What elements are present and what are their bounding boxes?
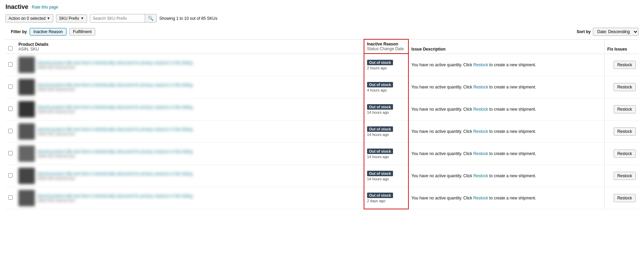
rate-page-link[interactable]: Rate this page	[32, 5, 58, 10]
product-info: blurred product title text that is inten…	[38, 171, 361, 180]
issue-description-cell: You have no active quantity. Click Resto…	[408, 98, 604, 120]
issue-text: You have no active quantity. Click Resto…	[411, 196, 536, 200]
restock-link[interactable]: Restock	[473, 62, 488, 67]
out-of-stock-badge: Out of stock	[367, 126, 393, 132]
restock-link[interactable]: Restock	[473, 196, 488, 200]
restock-button[interactable]: Restock	[614, 150, 636, 158]
product-title[interactable]: blurred product title text that is inten…	[38, 127, 361, 132]
row-checkbox[interactable]	[8, 173, 13, 178]
product-cell: blurred product title text that is inten…	[18, 123, 361, 140]
row-checkbox[interactable]	[8, 84, 13, 89]
action-select-label: Action on 0 selected	[9, 16, 45, 21]
header-inactive-reason: Inactive Reason Status Change Date	[364, 39, 408, 54]
product-title[interactable]: blurred product title text that is inten…	[38, 149, 361, 154]
fix-issues-cell: Restock	[604, 54, 639, 76]
sort-label: Sort by	[577, 29, 591, 34]
filter-bar: Filter by Inactive Reason Fulfillment	[5, 26, 101, 38]
row-checkbox[interactable]	[8, 62, 13, 67]
sort-select[interactable]: Date: Descending	[593, 28, 639, 36]
out-of-stock-badge: Out of stock	[367, 104, 393, 110]
search-input[interactable]	[90, 15, 145, 22]
issue-text: You have no active quantity. Click Resto…	[411, 85, 536, 89]
restock-button[interactable]: Restock	[614, 194, 636, 202]
restock-button[interactable]: Restock	[614, 127, 636, 136]
row-checkbox-cell	[5, 120, 16, 142]
search-button[interactable]: 🔍	[145, 14, 156, 22]
fix-issues-cell: Restock	[604, 120, 639, 142]
product-meta: ASIN SKU blurred text	[38, 110, 361, 114]
sku-prefix-button[interactable]: SKU Prefix ▼	[56, 14, 87, 23]
row-checkbox-cell	[5, 187, 16, 209]
status-time: 2 hours ago	[367, 66, 405, 70]
out-of-stock-badge: Out of stock	[367, 60, 393, 65]
inactive-reason-cell: Out of stock 14 hours ago	[364, 98, 408, 120]
filter-fulfillment[interactable]: Fulfillment	[69, 28, 96, 36]
product-cell: blurred product title text that is inten…	[18, 101, 361, 117]
row-checkbox-cell	[5, 54, 16, 76]
product-thumbnail	[18, 145, 35, 162]
product-thumbnail	[18, 168, 35, 184]
product-title[interactable]: blurred product title text that is inten…	[38, 105, 361, 110]
inactive-reason-cell: Out of stock 4 hours ago	[364, 76, 408, 98]
status-time: 4 hours ago	[367, 88, 405, 92]
table-row: blurred product title text that is inten…	[16, 187, 364, 209]
restock-button[interactable]: Restock	[614, 105, 636, 113]
product-title[interactable]: blurred product title text that is inten…	[38, 83, 361, 87]
action-select[interactable]: Action on 0 selected ▼	[5, 14, 53, 23]
toolbar: Action on 0 selected ▼ SKU Prefix ▼ 🔍 Sh…	[0, 12, 644, 25]
row-checkbox-cell	[5, 142, 16, 165]
header-fix-issues: Fix Issues	[604, 39, 639, 54]
product-meta: ASIN SKU blurred text	[38, 132, 361, 136]
restock-link[interactable]: Restock	[473, 173, 488, 178]
issue-description-cell: You have no active quantity. Click Resto…	[408, 120, 604, 142]
issue-text: You have no active quantity. Click Resto…	[411, 62, 536, 67]
restock-link[interactable]: Restock	[473, 85, 488, 89]
issue-description-cell: You have no active quantity. Click Resto…	[408, 187, 604, 209]
out-of-stock-badge: Out of stock	[367, 82, 393, 87]
filter-inactive-reason[interactable]: Inactive Reason	[30, 28, 67, 36]
products-table: Product Details ASIN, SKU Inactive Reaso…	[5, 39, 639, 209]
row-checkbox[interactable]	[8, 151, 13, 155]
restock-link[interactable]: Restock	[473, 107, 488, 112]
table-container: Product Details ASIN, SKU Inactive Reaso…	[0, 39, 644, 209]
status-time: 14 hours ago	[367, 110, 405, 114]
product-meta: ASIN SKU blurred text	[38, 65, 361, 69]
product-title[interactable]: blurred product title text that is inten…	[38, 60, 361, 65]
page-title: Inactive	[5, 3, 28, 11]
row-checkbox[interactable]	[8, 107, 13, 111]
product-meta: ASIN SKU blurred text	[38, 198, 361, 203]
restock-link[interactable]: Restock	[473, 151, 488, 156]
product-meta: ASIN SKU blurred text	[38, 176, 361, 180]
row-checkbox[interactable]	[8, 129, 13, 133]
result-count: Showing 1 to 10 out of 85 SKUs	[159, 16, 218, 21]
issue-description-cell: You have no active quantity. Click Resto…	[408, 76, 604, 98]
fix-issues-cell: Restock	[604, 187, 639, 209]
product-meta: ASIN SKU blurred text	[38, 87, 361, 92]
header-issue: Issue Description	[408, 39, 604, 54]
row-checkbox[interactable]	[8, 195, 13, 200]
row-checkbox-cell	[5, 76, 16, 98]
search-icon: 🔍	[148, 16, 154, 21]
row-checkbox-cell	[5, 98, 16, 120]
sort-bar: Sort by Date: Descending	[577, 28, 639, 36]
table-row: blurred product title text that is inten…	[16, 165, 364, 187]
product-info: blurred product title text that is inten…	[38, 105, 361, 114]
header-product: Product Details ASIN, SKU	[16, 39, 364, 54]
select-all-checkbox[interactable]	[8, 46, 13, 51]
page-header: Inactive Rate this page	[0, 0, 644, 12]
restock-button[interactable]: Restock	[614, 61, 636, 69]
product-meta: ASIN SKU blurred text	[38, 154, 361, 158]
issue-text: You have no active quantity. Click Resto…	[411, 151, 536, 156]
product-title[interactable]: blurred product title text that is inten…	[38, 194, 361, 198]
product-title[interactable]: blurred product title text that is inten…	[38, 171, 361, 176]
restock-button[interactable]: Restock	[614, 172, 636, 180]
restock-button[interactable]: Restock	[614, 83, 636, 91]
product-info: blurred product title text that is inten…	[38, 127, 361, 136]
issue-description-cell: You have no active quantity. Click Resto…	[408, 54, 604, 76]
table-row: blurred product title text that is inten…	[16, 120, 364, 142]
fix-issues-cell: Restock	[604, 142, 639, 165]
product-thumbnail	[18, 101, 35, 117]
restock-link[interactable]: Restock	[473, 129, 488, 134]
product-info: blurred product title text that is inten…	[38, 83, 361, 92]
header-checkbox-col	[5, 39, 16, 54]
